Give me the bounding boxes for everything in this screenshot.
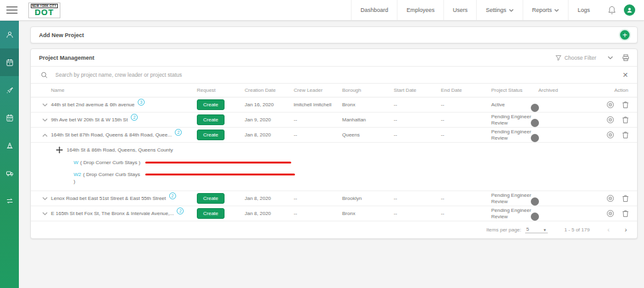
page-range-label: 1 - 5 of 179 (564, 227, 589, 233)
segment-count-badge: 2 (169, 192, 176, 199)
items-per-page-label: Items per page: (486, 227, 521, 233)
trash-icon (622, 209, 629, 218)
creation-date-cell: Jan 8, 2020 (245, 211, 294, 216)
toggle-knob (531, 197, 539, 206)
project-name-text: 9th Ave bet W 20th St & W 15th St (51, 117, 128, 123)
sidebar-item-dispatch[interactable] (0, 76, 19, 104)
end-date-cell: -- (441, 196, 491, 201)
col-end-date: End Date (441, 87, 491, 93)
borough-cell: Bronx (342, 211, 394, 216)
expand-row-chevron-icon[interactable] (38, 197, 51, 201)
sidebar-item-transfers[interactable] (0, 187, 19, 214)
request-cell: Create (197, 193, 245, 204)
rocket-icon (6, 86, 14, 94)
sidebar-item-calendar[interactable] (0, 104, 19, 131)
sidebar-item-vehicles[interactable] (0, 159, 19, 187)
user-avatar[interactable] (624, 4, 635, 16)
create-request-button[interactable]: Create (197, 114, 225, 125)
expanded-project-details: 164th St & 86th Road, Queens, Queens Cou… (31, 143, 637, 191)
project-board-icon (6, 58, 14, 67)
clear-search-icon[interactable]: ✕ (623, 71, 628, 79)
table-row: 44th st bet 2nd avemue & 6th avenue3Crea… (31, 97, 637, 113)
sidebar-item-users[interactable] (0, 21, 19, 48)
request-cell: Create (197, 99, 245, 110)
start-date-cell: -- (394, 196, 441, 201)
expand-row-chevron-icon[interactable] (38, 103, 51, 107)
top-nav-links: Dashboard Employees Users Settings Repor… (351, 0, 644, 20)
nav-employees[interactable]: Employees (397, 0, 443, 20)
eye-icon (606, 209, 614, 218)
segment-location-text: 164th St & 86th Road, Queens, Queens Cou… (67, 147, 173, 153)
segment-location-row: 164th St & 86th Road, Queens, Queens Cou… (56, 147, 637, 153)
work-item-row: W2( Drop Corner Curb Stays (74, 172, 637, 177)
nav-users[interactable]: Users (443, 0, 477, 20)
action-cell (598, 116, 637, 124)
search-icon (41, 72, 48, 79)
trash-icon (622, 131, 629, 139)
delete-project-button[interactable] (622, 194, 629, 202)
work-item-text: ( Drop Corner Curb Stays (83, 172, 140, 177)
view-project-button[interactable] (606, 194, 614, 202)
search-input[interactable] (55, 72, 623, 78)
nav-dashboard[interactable]: Dashboard (351, 0, 397, 20)
borough-cell: Manhattan (342, 117, 394, 123)
end-date-cell: -- (441, 211, 491, 216)
view-project-button[interactable] (606, 116, 614, 124)
col-crew-leader: Crew Leader (294, 87, 342, 93)
chevron-down-icon[interactable] (608, 56, 613, 60)
crosshair-move-icon (56, 147, 63, 153)
table-body: 44th st bet 2nd avemue & 6th avenue3Crea… (31, 97, 637, 221)
creation-date-cell: Jan 8, 2020 (245, 196, 294, 201)
nav-logs[interactable]: Logs (568, 0, 599, 20)
create-request-button[interactable]: Create (197, 193, 225, 204)
work-item-row: W( Drop Corner Curb Stays ) (74, 160, 637, 165)
delete-project-button[interactable] (622, 101, 629, 109)
delete-project-button[interactable] (622, 131, 629, 139)
action-cell (598, 194, 637, 202)
traffic-cone-icon (6, 141, 14, 150)
segment-count-badge: 2 (175, 129, 182, 136)
sidebar-item-work-zones[interactable] (0, 131, 19, 159)
printer-icon (622, 54, 630, 62)
next-page-button[interactable]: › (625, 226, 627, 233)
view-project-button[interactable] (606, 209, 614, 218)
trash-icon (622, 194, 629, 202)
sidebar-item-projects[interactable] (0, 48, 19, 76)
col-start-date: Start Date (394, 87, 441, 93)
nav-reports[interactable]: Reports (523, 0, 569, 20)
print-button[interactable] (622, 54, 630, 62)
hamburger-menu-icon[interactable] (6, 6, 18, 14)
calendar-icon (6, 114, 14, 122)
collapse-row-chevron-icon[interactable] (38, 133, 51, 137)
expand-row-chevron-icon[interactable] (38, 212, 51, 216)
table-row: E 165th St bet Fox St, The Bronx & Inter… (31, 206, 637, 221)
request-cell: Create (197, 130, 245, 140)
items-per-page-select[interactable]: 5 ▼ (525, 226, 548, 233)
left-sidebar (0, 21, 19, 288)
expand-row-chevron-icon[interactable] (38, 118, 51, 122)
nav-settings[interactable]: Settings (476, 0, 523, 20)
create-request-button[interactable]: Create (197, 99, 225, 110)
create-request-button[interactable]: Create (197, 208, 225, 219)
view-project-button[interactable] (606, 131, 614, 139)
project-name-text: 44th st bet 2nd avemue & 6th avenue (51, 102, 135, 108)
creation-date-cell: Jan 16, 2020 (245, 102, 294, 108)
segment-count-badge: 3 (138, 99, 145, 106)
eye-icon (606, 131, 614, 139)
eye-icon (606, 194, 614, 202)
create-request-button[interactable]: Create (197, 130, 225, 140)
creation-date-cell: Jan 9, 2020 (245, 117, 294, 123)
choose-filter-dropdown[interactable]: Choose Filter (555, 55, 596, 61)
action-cell (598, 209, 637, 218)
delete-project-button[interactable] (622, 116, 629, 124)
borough-cell: Brooklyn (342, 196, 394, 201)
notifications-bell-icon[interactable] (608, 6, 616, 15)
view-project-button[interactable] (606, 101, 614, 109)
add-project-button[interactable]: + (619, 29, 631, 41)
table-header-row: Name Request Creation Date Crew Leader B… (31, 84, 637, 97)
start-date-cell: -- (394, 102, 441, 108)
previous-page-button[interactable]: ‹ (608, 226, 610, 233)
project-name-text: 164th St bet 87th Road, Queens & 84th Ro… (51, 132, 172, 138)
project-management-header: Project Management Choose Filter (31, 49, 637, 67)
delete-project-button[interactable] (622, 209, 629, 218)
